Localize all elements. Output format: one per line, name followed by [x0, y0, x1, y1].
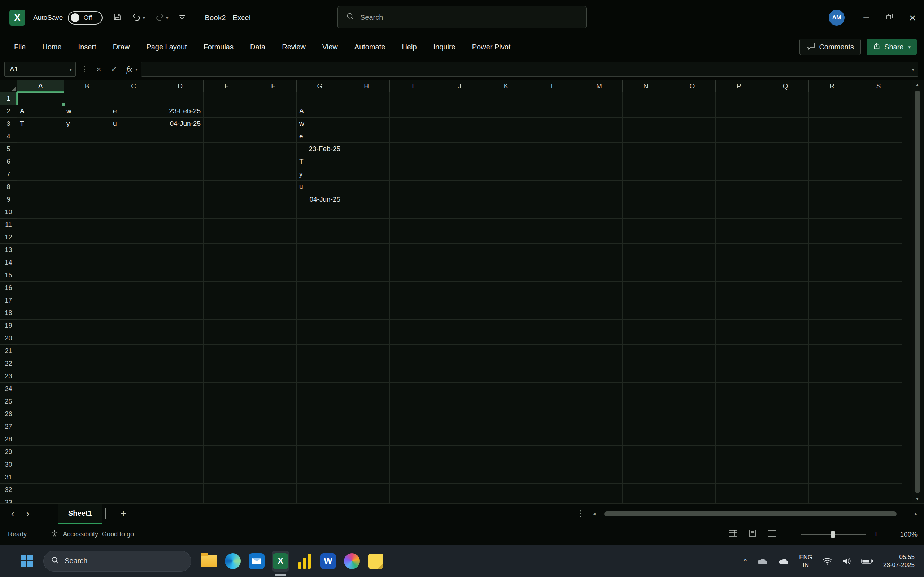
- cell-A12[interactable]: [17, 231, 64, 244]
- row-header-31[interactable]: 31: [0, 471, 17, 484]
- cell-H24[interactable]: [343, 383, 390, 395]
- cell-Q27[interactable]: [762, 421, 809, 433]
- cell-Q22[interactable]: [762, 357, 809, 370]
- cell-D33[interactable]: [157, 496, 204, 503]
- cell-M3[interactable]: [576, 118, 623, 130]
- onedrive-cloud-icon[interactable]: [756, 557, 768, 565]
- cell-K13[interactable]: [483, 244, 530, 256]
- cell-C25[interactable]: [110, 395, 157, 408]
- cell-S23[interactable]: [855, 370, 902, 383]
- cell-S28[interactable]: [855, 433, 902, 446]
- cell-A18[interactable]: [17, 307, 64, 319]
- column-header-D[interactable]: D: [157, 80, 204, 92]
- cell-J13[interactable]: [436, 244, 483, 256]
- cell-G10[interactable]: [297, 206, 343, 219]
- cell-F26[interactable]: [250, 408, 297, 421]
- cell-P2[interactable]: [716, 105, 762, 118]
- cell-M25[interactable]: [576, 395, 623, 408]
- cell-J20[interactable]: [436, 332, 483, 345]
- column-header-N[interactable]: N: [623, 80, 669, 92]
- cell-I33[interactable]: [390, 496, 436, 503]
- cell-B33[interactable]: [64, 496, 110, 503]
- cell-R20[interactable]: [809, 332, 855, 345]
- cell-O7[interactable]: [669, 168, 716, 181]
- cell-P29[interactable]: [716, 446, 762, 458]
- cell-F32[interactable]: [250, 484, 297, 496]
- cell-Q32[interactable]: [762, 484, 809, 496]
- cell-K20[interactable]: [483, 332, 530, 345]
- cell-P19[interactable]: [716, 319, 762, 332]
- cell-B24[interactable]: [64, 383, 110, 395]
- cell-O14[interactable]: [669, 256, 716, 269]
- cell-L19[interactable]: [530, 319, 576, 332]
- row-header-21[interactable]: 21: [0, 345, 17, 357]
- cell-L14[interactable]: [530, 256, 576, 269]
- cell-F17[interactable]: [250, 294, 297, 307]
- column-header-K[interactable]: K: [483, 80, 530, 92]
- cell-M23[interactable]: [576, 370, 623, 383]
- cell-C20[interactable]: [110, 332, 157, 345]
- cell-H6[interactable]: [343, 155, 390, 168]
- cell-O29[interactable]: [669, 446, 716, 458]
- cell-E14[interactable]: [204, 256, 250, 269]
- cell-P20[interactable]: [716, 332, 762, 345]
- cell-C27[interactable]: [110, 421, 157, 433]
- cell-L27[interactable]: [530, 421, 576, 433]
- column-header-I[interactable]: I: [390, 80, 436, 92]
- cell-C10[interactable]: [110, 206, 157, 219]
- cell-D2[interactable]: 23-Feb-25: [157, 105, 204, 118]
- next-sheet-button[interactable]: ›: [20, 508, 36, 519]
- row-header-9[interactable]: 9: [0, 193, 17, 206]
- cell-N29[interactable]: [623, 446, 669, 458]
- cell-R21[interactable]: [809, 345, 855, 357]
- save-button[interactable]: [110, 8, 125, 28]
- start-button[interactable]: [16, 551, 37, 571]
- cell-E25[interactable]: [204, 395, 250, 408]
- cell-K22[interactable]: [483, 357, 530, 370]
- sticky-notes-taskbar-icon[interactable]: [364, 545, 388, 577]
- cell-J29[interactable]: [436, 446, 483, 458]
- cell-M31[interactable]: [576, 471, 623, 484]
- cell-J30[interactable]: [436, 458, 483, 471]
- cell-R3[interactable]: [809, 118, 855, 130]
- cell-H5[interactable]: [343, 143, 390, 155]
- cell-H31[interactable]: [343, 471, 390, 484]
- cell-H10[interactable]: [343, 206, 390, 219]
- row-header-22[interactable]: 22: [0, 357, 17, 370]
- cell-C4[interactable]: [110, 130, 157, 143]
- cell-J18[interactable]: [436, 307, 483, 319]
- cell-N31[interactable]: [623, 471, 669, 484]
- cell-L13[interactable]: [530, 244, 576, 256]
- cell-D31[interactable]: [157, 471, 204, 484]
- cell-G14[interactable]: [297, 256, 343, 269]
- cell-I25[interactable]: [390, 395, 436, 408]
- vertical-scrollbar[interactable]: ▲ ▼: [912, 80, 922, 503]
- cell-E22[interactable]: [204, 357, 250, 370]
- cell-I22[interactable]: [390, 357, 436, 370]
- cell-K29[interactable]: [483, 446, 530, 458]
- row-header-17[interactable]: 17: [0, 294, 17, 307]
- ribbon-tab-data[interactable]: Data: [242, 35, 274, 58]
- cell-A3[interactable]: T: [17, 118, 64, 130]
- row-header-27[interactable]: 27: [0, 421, 17, 433]
- cell-B8[interactable]: [64, 181, 110, 193]
- cell-J31[interactable]: [436, 471, 483, 484]
- minimize-button[interactable]: ─: [855, 0, 878, 35]
- cell-M20[interactable]: [576, 332, 623, 345]
- cell-H25[interactable]: [343, 395, 390, 408]
- cell-E21[interactable]: [204, 345, 250, 357]
- cell-H15[interactable]: [343, 269, 390, 282]
- cell-L20[interactable]: [530, 332, 576, 345]
- cell-B31[interactable]: [64, 471, 110, 484]
- cell-I15[interactable]: [390, 269, 436, 282]
- cell-C7[interactable]: [110, 168, 157, 181]
- cell-H4[interactable]: [343, 130, 390, 143]
- row-header-29[interactable]: 29: [0, 446, 17, 458]
- row-header-5[interactable]: 5: [0, 143, 17, 155]
- column-header-S[interactable]: S: [855, 80, 902, 92]
- cell-K25[interactable]: [483, 395, 530, 408]
- cell-H8[interactable]: [343, 181, 390, 193]
- cell-O24[interactable]: [669, 383, 716, 395]
- cell-L29[interactable]: [530, 446, 576, 458]
- cell-A1[interactable]: [17, 92, 64, 105]
